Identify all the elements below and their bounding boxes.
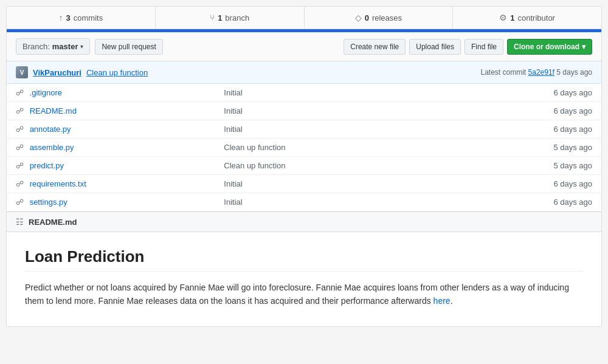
readme-content: Loan Prediction Predict whether or not l… [7, 232, 601, 326]
chevron-down-icon: ▾ [582, 43, 586, 51]
file-description: Clean up function [215, 157, 440, 175]
commit-hash[interactable]: 5a2e91f [528, 68, 554, 77]
contributors-stat[interactable]: ⚙ 1 contributor [453, 7, 601, 29]
file-time: 6 days ago [440, 175, 601, 193]
repository-container: ↑ 3 commits ⑂ 1 branch ◇ 0 releases ⚙ 1 … [6, 6, 602, 327]
commit-meta: Latest commit 5a2e91f 5 days ago [481, 68, 593, 77]
file-link[interactable]: README.md [30, 106, 77, 115]
file-link[interactable]: requirements.txt [30, 179, 86, 188]
upload-files-button[interactable]: Upload files [409, 39, 461, 55]
file-icon: ☍ [16, 88, 24, 97]
readme-link[interactable]: here [434, 296, 451, 306]
file-description: Initial [215, 193, 440, 211]
file-link[interactable]: assemble.py [30, 143, 74, 152]
branch-name: master [52, 42, 78, 51]
table-row: ☍ .gitignore Initial 6 days ago [7, 84, 601, 102]
file-icon: ☍ [16, 106, 24, 115]
branch-icon: ⑂ [210, 13, 215, 22]
file-time: 6 days ago [440, 102, 601, 120]
table-row: ☍ settings.py Initial 6 days ago [7, 193, 601, 211]
file-description: Initial [215, 84, 440, 102]
file-time: 5 days ago [440, 157, 601, 175]
file-time: 6 days ago [440, 84, 601, 102]
contributors-icon: ⚙ [499, 13, 507, 22]
file-link[interactable]: settings.py [30, 197, 67, 207]
commit-row: V VikParuchuri Clean up function Latest … [7, 61, 601, 84]
branches-count: 1 [218, 13, 222, 22]
file-table: ☍ .gitignore Initial 6 days ago ☍ README… [7, 84, 601, 211]
contributors-label: contributor [518, 13, 555, 22]
toolbar: Branch: master ▾ New pull request Create… [7, 32, 601, 61]
readme-heading: Loan Prediction [25, 247, 583, 272]
releases-icon: ◇ [355, 13, 362, 22]
table-row: ☍ predict.py Clean up function 5 days ag… [7, 157, 601, 175]
stats-bar: ↑ 3 commits ⑂ 1 branch ◇ 0 releases ⚙ 1 … [7, 7, 601, 29]
file-time: 6 days ago [440, 120, 601, 139]
releases-count: 0 [365, 13, 369, 22]
file-description: Initial [215, 120, 440, 139]
commit-time: 5 days ago [556, 68, 592, 77]
branches-stat[interactable]: ⑂ 1 branch [156, 7, 305, 29]
contributors-count: 1 [510, 13, 514, 22]
commits-count: 3 [66, 13, 71, 22]
file-icon: ☍ [16, 143, 24, 152]
readme-link-suffix: . [451, 296, 453, 306]
toolbar-left: Branch: master ▾ New pull request [16, 38, 339, 55]
branches-label: branch [225, 13, 249, 22]
file-icon: ☍ [16, 161, 24, 170]
file-icon: ☍ [16, 125, 24, 134]
commits-label: commits [74, 13, 103, 22]
file-description: Clean up function [215, 139, 440, 157]
find-file-button[interactable]: Find file [465, 39, 503, 55]
commits-icon: ↑ [59, 13, 63, 22]
clone-or-download-button[interactable]: Clone or download ▾ [507, 39, 592, 55]
commit-author[interactable]: VikParuchuri [33, 68, 81, 77]
file-time: 6 days ago [440, 193, 601, 211]
releases-stat[interactable]: ◇ 0 releases [305, 7, 454, 29]
file-description: Initial [215, 175, 440, 193]
commit-message[interactable]: Clean up function [86, 68, 148, 77]
readme-body: Predict whether or not loans acquired by… [25, 281, 583, 308]
table-row: ☍ annotate.py Initial 6 days ago [7, 120, 601, 139]
readme-header: ☷ README.md [7, 211, 601, 232]
file-description: Initial [215, 102, 440, 120]
chevron-down-icon: ▾ [80, 43, 83, 50]
table-row: ☍ README.md Initial 6 days ago [7, 102, 601, 120]
avatar: V [16, 66, 28, 78]
commits-stat[interactable]: ↑ 3 commits [7, 7, 156, 29]
table-row: ☍ requirements.txt Initial 6 days ago [7, 175, 601, 193]
table-row: ☍ assemble.py Clean up function 5 days a… [7, 139, 601, 157]
new-pull-request-button[interactable]: New pull request [95, 39, 162, 55]
releases-label: releases [372, 13, 402, 22]
file-link[interactable]: annotate.py [30, 125, 71, 134]
file-time: 5 days ago [440, 139, 601, 157]
latest-commit-label: Latest commit [481, 68, 527, 77]
file-icon: ☍ [16, 197, 24, 207]
branch-label: Branch: [22, 42, 50, 51]
file-link[interactable]: .gitignore [30, 88, 62, 97]
readme-title: README.md [29, 218, 77, 227]
branch-selector[interactable]: Branch: master ▾ [16, 38, 90, 55]
file-icon: ☍ [16, 179, 24, 188]
readme-body-text: Predict whether or not loans acquired by… [25, 283, 569, 306]
readme-icon: ☷ [16, 217, 24, 227]
create-new-file-button[interactable]: Create new file [344, 39, 406, 55]
file-link[interactable]: predict.py [30, 161, 64, 170]
toolbar-right: Create new file Upload files Find file C… [344, 39, 592, 55]
